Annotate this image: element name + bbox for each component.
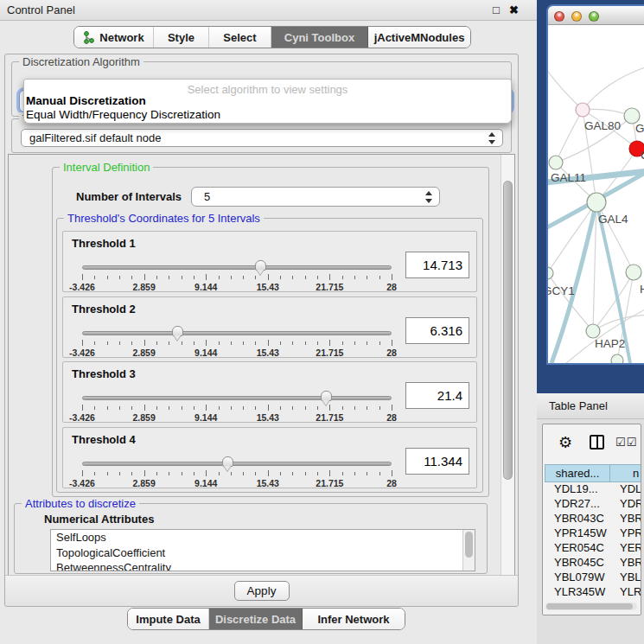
dropdown-item-manual-discretization[interactable]: Manual Discretization <box>24 94 511 108</box>
slider-handle[interactable] <box>222 456 233 467</box>
network-node[interactable] <box>626 265 641 280</box>
table-row[interactable]: YBL079WYBL0 <box>545 571 641 585</box>
threshold-value-field[interactable]: 11.344 <box>405 448 469 475</box>
close-traffic-light-icon[interactable] <box>554 11 564 22</box>
thresholds-group: Threshold's Coordinates for 5 Intervals … <box>56 218 483 493</box>
network-canvas[interactable]: GAL80GACGAL11GAL4GCY1HHAP2 <box>548 25 644 363</box>
table-row[interactable]: YIL052CYIL0 <box>545 600 641 602</box>
tick-label: 15.43 <box>257 282 279 292</box>
tab-style[interactable]: Style <box>154 27 209 48</box>
interval-group-title: Interval Definition <box>60 161 153 174</box>
column-layout-icon[interactable] <box>590 435 604 450</box>
slider-tick-labels: -3.4262.8599.14415.4321.71528 <box>82 348 392 358</box>
float-window-icon[interactable]: □ <box>493 0 500 21</box>
node-label: C <box>641 149 644 162</box>
num-intervals-select[interactable]: 5 <box>191 187 440 207</box>
numerical-attributes-list[interactable]: SelfLoopsTopologicalCoefficientBetweenne… <box>50 529 475 571</box>
threshold-label: Threshold 1 <box>72 237 136 250</box>
network-icon <box>83 31 95 44</box>
tick-label: 9.144 <box>194 478 217 488</box>
tick-label: 9.144 <box>194 282 217 292</box>
network-node[interactable] <box>548 267 553 279</box>
tab-network[interactable]: Network <box>74 27 154 48</box>
apply-button[interactable]: Apply <box>234 581 290 601</box>
table-horizontal-scrollbar[interactable] <box>545 603 637 610</box>
network-edge <box>593 315 644 331</box>
attribute-item[interactable]: BetweennessCentrality <box>51 560 475 571</box>
column-header-shared-name[interactable]: shared... <box>545 464 610 482</box>
table-row[interactable]: YBR043CYBR0 <box>545 512 641 526</box>
threshold-label: Threshold 3 <box>72 367 136 380</box>
tick-label: 28 <box>386 348 397 358</box>
attributes-scrollbar[interactable] <box>462 530 475 571</box>
slider-track[interactable] <box>82 396 392 400</box>
control-panel-titlebar: Control Panel □ ✖ <box>0 0 537 21</box>
dropdown-item-equal-width-frequency[interactable]: Equal Width/Frequency Discretization <box>24 108 511 122</box>
tab-cyni-toolbox[interactable]: Cyni Toolbox <box>271 27 368 48</box>
slider-handle[interactable] <box>172 326 183 336</box>
node-label: GAL4 <box>598 213 628 226</box>
threshold-label: Threshold 4 <box>72 433 136 446</box>
threshold-slider[interactable]: -3.4262.8599.14415.4321.71528 <box>82 457 392 488</box>
network-node[interactable] <box>576 103 590 117</box>
attribute-item[interactable]: SelfLoops <box>51 530 475 545</box>
tab-discretize-data[interactable]: Discretize Data <box>209 609 303 629</box>
minimize-traffic-light-icon[interactable] <box>571 11 582 22</box>
threshold-slider[interactable]: -3.4262.8599.14415.4321.71528 <box>82 261 392 292</box>
network-edge <box>548 60 583 110</box>
table-row[interactable]: YDR27...YDR2 <box>545 497 641 512</box>
slider-track[interactable] <box>82 331 392 335</box>
network-edge <box>583 54 644 110</box>
zoom-traffic-light-icon[interactable] <box>589 11 599 22</box>
scrollbar-thumb[interactable] <box>546 603 633 609</box>
table-panel-header: Table Panel <box>537 393 644 419</box>
node-label: GCY1 <box>548 284 575 297</box>
network-node[interactable] <box>587 193 606 212</box>
threshold-value-field[interactable]: 14.713 <box>405 252 469 278</box>
tab-jactivemnodules[interactable]: jActiveMNodules <box>368 27 470 48</box>
network-node[interactable] <box>549 156 563 169</box>
threshold-slider[interactable]: -3.4262.8599.14415.4321.71528 <box>82 327 392 358</box>
algorithm-dropdown: Select algorithm to view settings Manual… <box>23 79 512 124</box>
table-data-select[interactable]: galFiltered.sif default node <box>21 129 503 147</box>
tab-label: Network <box>99 31 143 44</box>
node-label: GAL11 <box>551 171 586 184</box>
network-node[interactable] <box>586 324 600 338</box>
column-header-name[interactable]: n <box>610 464 641 482</box>
slider-track[interactable] <box>82 462 392 466</box>
network-desktop: GAL80GACGAL11GAL4GCY1HHAP2 <box>537 0 644 393</box>
scrollbar-thumb[interactable] <box>503 181 513 480</box>
table-row[interactable]: YBR045CYBR0 <box>545 556 641 571</box>
slider-handle[interactable] <box>255 260 266 271</box>
tick-label: 9.144 <box>194 348 217 358</box>
table-rows: YDL19...YDL1YDR27...YDR2YBR043CYBR0YPR14… <box>545 482 641 602</box>
tick-label: 15.43 <box>257 478 279 488</box>
table-row[interactable]: YER054CYER0 <box>545 541 641 556</box>
tab-select[interactable]: Select <box>209 27 271 48</box>
tick-label: 21.715 <box>316 348 343 358</box>
network-node[interactable] <box>611 354 623 363</box>
tick-label: -3.426 <box>69 282 95 292</box>
threshold-slider[interactable]: -3.4262.8599.14415.4321.71528 <box>82 392 392 423</box>
network-window-titlebar <box>548 6 644 25</box>
tick-label: 28 <box>386 412 397 423</box>
table-row[interactable]: YDL19...YDL1 <box>545 482 641 497</box>
tab-impute-data[interactable]: Impute Data <box>128 609 209 629</box>
threshold-value-field[interactable]: 6.316 <box>405 317 469 344</box>
attribute-item[interactable]: TopologicalCoefficient <box>51 545 475 561</box>
threshold-value-field[interactable]: 21.4 <box>405 382 469 409</box>
table-data-group: Table Data galFiltered.sif default node <box>11 118 512 153</box>
panel-scrollbar[interactable] <box>501 155 514 577</box>
node-label: GA <box>635 122 644 135</box>
slider-handle[interactable] <box>321 391 332 401</box>
cyni-toolbox-panel: Discretization Algorithm Select algorith… <box>4 54 519 607</box>
gear-icon[interactable]: ⚙ <box>558 433 572 452</box>
checkbox-icons[interactable]: ☑☑ <box>615 436 637 449</box>
table-row[interactable]: YLR345WYLR3 <box>545 585 641 600</box>
table-row[interactable]: YPR145WYPR1 <box>545 526 641 541</box>
network-edge <box>556 110 583 163</box>
tab-infer-network[interactable]: Infer Network <box>303 609 405 629</box>
close-icon[interactable]: ✖ <box>509 0 519 21</box>
slider-track[interactable] <box>82 265 392 270</box>
tick-label: 28 <box>386 282 397 292</box>
